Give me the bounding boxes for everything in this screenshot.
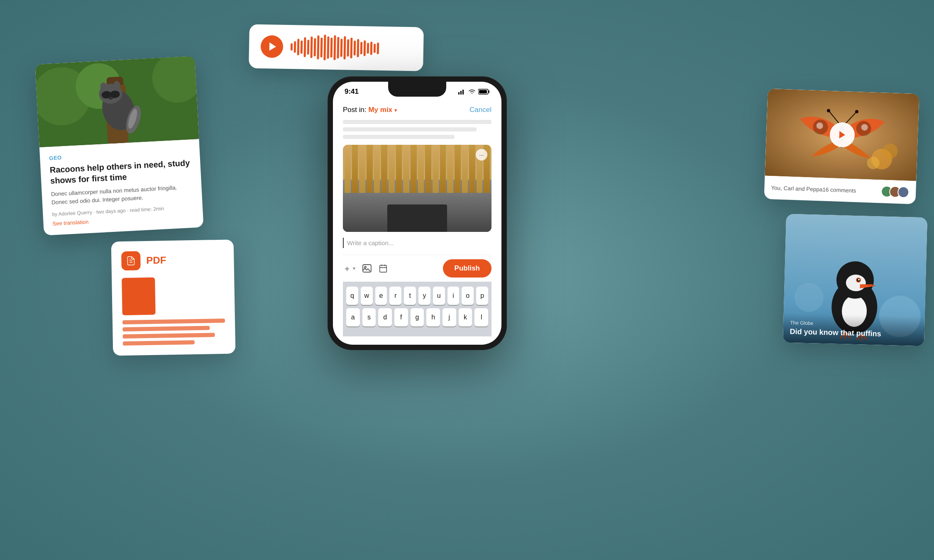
stripe (455, 145, 461, 193)
wave-bar (357, 39, 359, 57)
svg-rect-18 (460, 91, 462, 95)
puffin-card: The Globe Did you know that puffins (783, 214, 927, 346)
post-header: Post in: My mix ▾ Cancel (343, 99, 491, 120)
building-image (343, 145, 491, 232)
key-p[interactable]: p (476, 287, 488, 305)
audio-card (249, 24, 424, 71)
status-time: 9:41 (345, 88, 359, 96)
svg-rect-19 (462, 90, 464, 95)
video-thumbnail (765, 89, 919, 181)
article-body: GEO Racoons help others in need, study s… (39, 139, 203, 234)
stripe (389, 145, 395, 193)
building-stripes (343, 145, 491, 193)
puffin-overlay: The Globe Did you know that puffins (783, 313, 925, 346)
wave-bar (344, 36, 346, 59)
wave-bar (333, 35, 336, 60)
key-i[interactable]: i (447, 287, 460, 305)
key-q[interactable]: q (346, 287, 358, 305)
status-icons (458, 89, 490, 95)
image-icon (362, 264, 372, 273)
key-g[interactable]: g (411, 308, 424, 326)
publish-button[interactable]: Publish (443, 259, 491, 278)
stripe (374, 145, 380, 193)
audio-play-button[interactable] (261, 35, 284, 58)
pdf-label: PDF (146, 254, 166, 266)
toolbar-left: ＋ ▾ (343, 263, 388, 274)
wave-bar (323, 34, 326, 60)
key-k[interactable]: k (459, 308, 472, 326)
wave-bar (311, 37, 313, 58)
pdf-line (123, 333, 215, 338)
wave-bar (294, 41, 296, 53)
svg-marker-40 (839, 131, 845, 139)
key-a[interactable]: a (346, 308, 360, 326)
phone: 9:41 (328, 77, 506, 350)
pdf-icon (121, 251, 141, 270)
stripe (425, 145, 431, 193)
avatar-stack (881, 185, 910, 198)
calendar-button[interactable] (379, 264, 388, 273)
cancel-button[interactable]: Cancel (469, 106, 491, 114)
post-image: ··· (343, 145, 491, 232)
signal-icon (458, 89, 466, 95)
article-image (35, 56, 199, 147)
wave-bar (370, 41, 373, 55)
key-t[interactable]: t (404, 287, 416, 305)
text-line (343, 127, 477, 131)
key-h[interactable]: h (426, 308, 440, 326)
key-l[interactable]: l (474, 308, 488, 326)
key-d[interactable]: d (378, 308, 392, 326)
wave-bar (374, 44, 376, 53)
stripe (447, 145, 453, 193)
dropdown-chevron-icon[interactable]: ▾ (394, 107, 397, 113)
wave-bar (327, 37, 330, 59)
keyboard-row-2: asdfghjkl (346, 308, 488, 326)
video-card: You, Carl and Peppa16 comments (764, 89, 919, 205)
wave-bar (337, 37, 340, 58)
wave-bar (367, 43, 369, 54)
wave-bar (347, 39, 350, 56)
stripe (418, 145, 424, 193)
calendar-icon (379, 264, 388, 273)
wave-bar (350, 38, 353, 58)
key-j[interactable]: j (443, 308, 456, 326)
add-button[interactable]: ＋ ▾ (343, 263, 355, 274)
puffin-title: Did you know that puffins (790, 327, 917, 339)
key-r[interactable]: r (389, 287, 401, 305)
svg-rect-21 (489, 90, 489, 93)
svg-point-24 (364, 266, 366, 268)
key-o[interactable]: o (462, 287, 474, 305)
phone-screen: 9:41 (333, 82, 501, 345)
key-e[interactable]: e (375, 287, 387, 305)
puffin-image: The Globe Did you know that puffins (783, 214, 927, 346)
chevron-down-icon: ▾ (353, 265, 355, 271)
wave-bar (304, 37, 306, 57)
post-in-mix[interactable]: My mix (368, 106, 392, 114)
stripe (440, 145, 446, 193)
post-in-label: Post in: My mix ▾ (343, 106, 397, 114)
key-u[interactable]: u (433, 287, 445, 305)
stripe (411, 145, 417, 193)
plus-icon: ＋ (343, 263, 351, 274)
image-button[interactable] (362, 264, 372, 273)
text-line (343, 120, 491, 124)
pdf-card: PDF (111, 239, 236, 355)
battery-icon (478, 89, 490, 95)
key-f[interactable]: f (394, 308, 408, 326)
stripe (381, 145, 387, 193)
building-door (387, 205, 447, 232)
stripe (462, 145, 468, 193)
key-w[interactable]: w (361, 287, 373, 305)
key-s[interactable]: s (362, 308, 376, 326)
caption-input[interactable]: Write a caption... (343, 238, 491, 248)
image-options-button[interactable]: ··· (476, 149, 487, 161)
key-y[interactable]: y (418, 287, 430, 305)
text-line (343, 135, 455, 139)
wave-bar (364, 40, 366, 56)
wave-bar (360, 42, 363, 54)
wave-bar (307, 40, 310, 55)
stripe (352, 145, 358, 193)
wave-bar (377, 43, 379, 54)
svg-rect-17 (458, 92, 460, 95)
stripe (433, 145, 439, 193)
